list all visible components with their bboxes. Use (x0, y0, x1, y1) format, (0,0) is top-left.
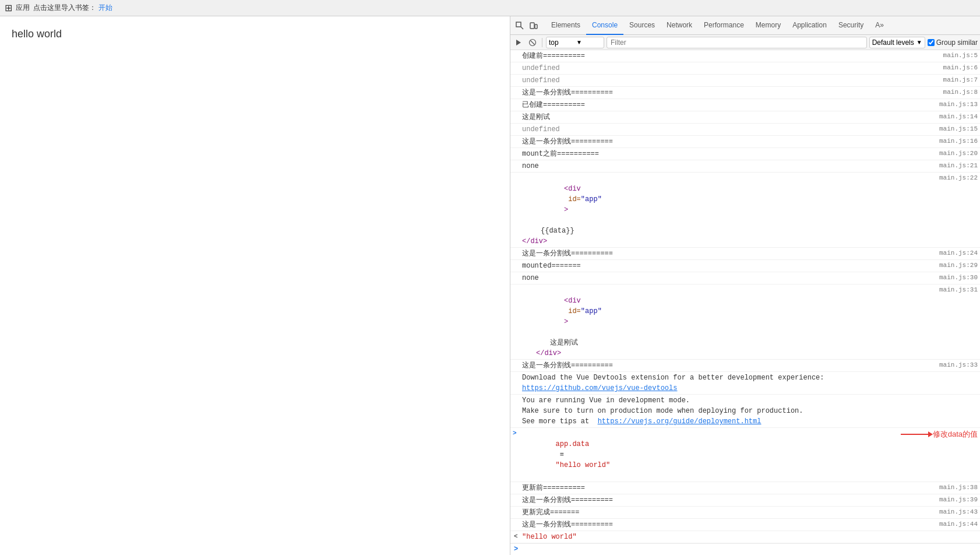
context-selector[interactable]: top ▼ (546, 37, 604, 48)
output-value: "hello world" (522, 532, 978, 542)
console-line: 更新前========== main.js:38 (510, 482, 980, 494)
console-line: none main.js:21 (510, 160, 980, 173)
svg-marker-8 (928, 431, 933, 437)
svg-rect-3 (535, 24, 537, 29)
browser-top-bar: ⊞ 应用 点击这里导入书签： 开始 (0, 0, 980, 16)
default-levels-dropdown[interactable]: Default levels ▼ (869, 37, 925, 48)
default-levels-label: Default levels (872, 38, 914, 47)
svg-line-1 (521, 27, 523, 29)
tab-network[interactable]: Network (661, 16, 698, 35)
svg-line-6 (531, 40, 535, 44)
console-line: 这是一条分割线========== main.js:44 (510, 519, 980, 531)
annotation-area: 修改data的值 (898, 428, 978, 440)
console-line: <div id="app" > main.js:31 这是刚试 </div> (510, 284, 980, 360)
clear-console-icon[interactable] (527, 37, 538, 48)
devtools-panel: Elements Console Sources Network Perform… (510, 16, 980, 555)
tab-performance[interactable]: Performance (698, 16, 750, 35)
console-line: 这是一条分割线========== main.js:24 (510, 248, 980, 260)
chevron-down-icon: ▼ (576, 39, 601, 45)
console-line: 这是一条分割线========== main.js:33 (510, 360, 980, 372)
console-line: Download the Vue Devtools extension for … (510, 372, 980, 395)
console-line: <div id="app" > main.js:22 {{data}} </di… (510, 173, 980, 248)
input-prefix: > (513, 428, 517, 438)
svg-rect-2 (530, 23, 534, 29)
devtools-tab-bar: Elements Console Sources Network Perform… (510, 16, 980, 35)
input-content: app.data = "hello world" (522, 428, 889, 481)
prompt-symbol: > (514, 545, 518, 553)
filter-input[interactable] (607, 37, 867, 48)
console-line: 这是一条分割线========== main.js:16 (510, 136, 980, 148)
nav-link[interactable]: 开始 (98, 3, 112, 13)
page-content: hello world (0, 16, 510, 555)
console-line: undefined main.js:6 (510, 62, 980, 75)
console-output-line: < "hello world" (510, 531, 980, 543)
context-value: top (549, 38, 574, 47)
group-similar-label[interactable]: Group similar (928, 38, 978, 47)
inspect-icon[interactable] (513, 19, 527, 33)
console-line: 更新完成======= main.js:43 (510, 507, 980, 519)
svg-marker-4 (516, 40, 521, 45)
vue-devtools-link[interactable]: https://github.com/vuejs/vue-devtools (522, 384, 677, 392)
red-arrow-icon (898, 428, 933, 440)
console-line: none main.js:30 (510, 272, 980, 284)
console-line: mount之前========== main.js:20 (510, 148, 980, 160)
group-similar-text: Group similar (936, 38, 978, 47)
vue-deploy-link[interactable]: https://vuejs.org/guide/deployment.html (598, 417, 762, 426)
svg-rect-0 (516, 22, 521, 27)
console-toolbar: top ▼ Default levels ▼ Group similar (510, 35, 980, 50)
console-output[interactable]: 创建前========== main.js:5 undefined main.j… (510, 50, 980, 555)
devtools-tab-icons (513, 19, 541, 33)
console-line: mounted======= main.js:29 (510, 260, 980, 272)
console-prompt[interactable]: > (510, 543, 980, 554)
tab-security[interactable]: Security (833, 16, 869, 35)
console-line: undefined main.js:7 (510, 75, 980, 87)
output-prefix: < (514, 532, 518, 542)
chevron-down-icon-2: ▼ (916, 39, 922, 45)
page-title: hello world (12, 28, 498, 40)
console-line: You are running Vue in development mode.… (510, 395, 980, 428)
console-line: 已创建========== main.js:13 (510, 99, 980, 111)
tab-application[interactable]: Application (787, 16, 833, 35)
console-line: 这是刚试 main.js:14 (510, 111, 980, 124)
console-line: 这是一条分割线========== main.js:8 (510, 87, 980, 99)
play-icon[interactable] (513, 37, 524, 48)
group-similar-checkbox[interactable] (928, 39, 935, 46)
annotation-text: 修改data的值 (933, 428, 978, 440)
console-input-line: > app.data = "hello world" 修改data的值 (510, 428, 980, 482)
tab-more[interactable]: A» (869, 16, 890, 35)
app-label: 应用 (16, 3, 30, 13)
tab-console[interactable]: Console (586, 16, 623, 35)
tab-memory[interactable]: Memory (750, 16, 787, 35)
tab-elements[interactable]: Elements (545, 16, 586, 35)
console-line: undefined main.js:15 (510, 124, 980, 136)
device-icon[interactable] (527, 19, 541, 33)
apps-icon[interactable]: ⊞ (5, 2, 12, 13)
nav-text: 点击这里导入书签： (33, 3, 96, 13)
toolbar-separator-1 (542, 38, 542, 47)
console-line: 创建前========== main.js:5 (510, 50, 980, 62)
console-line: 这是一条分割线========== main.js:39 (510, 494, 980, 507)
tab-sources[interactable]: Sources (623, 16, 661, 35)
